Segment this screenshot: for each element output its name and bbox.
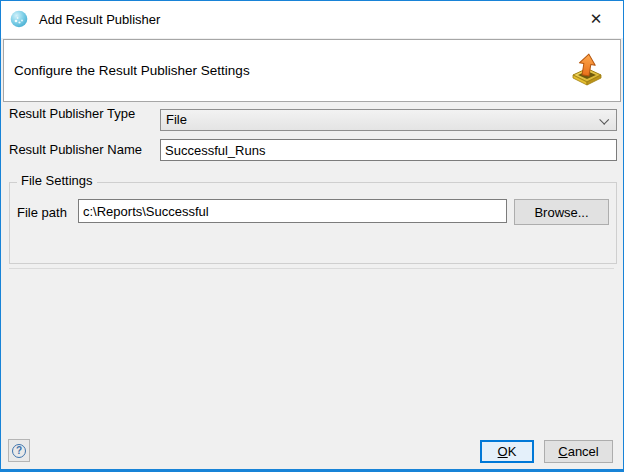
selected-type-value: File <box>166 112 187 127</box>
title-bar: Add Result Publisher ✕ <box>1 1 623 38</box>
add-result-publisher-dialog: Add Result Publisher ✕ Configure the Res… <box>0 0 624 472</box>
window-title: Add Result Publisher <box>39 1 160 38</box>
banner-description: Configure the Result Publisher Settings <box>14 40 250 101</box>
ok-button-label: OK <box>482 442 532 461</box>
result-publisher-type-select[interactable]: File <box>160 109 617 131</box>
close-button[interactable]: ✕ <box>579 4 613 34</box>
cancel-button-label: Cancel <box>545 441 612 462</box>
app-sphere-icon <box>10 10 28 28</box>
publish-tray-icon <box>568 51 606 89</box>
help-icon: ? <box>12 444 26 458</box>
banner-panel: Configure the Result Publisher Settings <box>3 39 621 102</box>
browse-button[interactable]: Browse... <box>514 199 609 225</box>
file-settings-group-title: File Settings <box>17 173 97 189</box>
ok-button[interactable]: OK <box>480 440 534 463</box>
file-path-label: File path <box>17 205 67 221</box>
cancel-button[interactable]: Cancel <box>544 440 613 463</box>
result-publisher-name-label: Result Publisher Name <box>9 142 142 158</box>
help-button[interactable]: ? <box>8 439 30 462</box>
file-path-input[interactable] <box>78 199 507 223</box>
result-publisher-type-label: Result Publisher Type <box>9 106 135 122</box>
content-separator <box>9 268 614 269</box>
close-icon: ✕ <box>590 10 603 27</box>
result-publisher-name-input[interactable] <box>160 139 617 161</box>
chevron-down-icon <box>600 117 608 125</box>
